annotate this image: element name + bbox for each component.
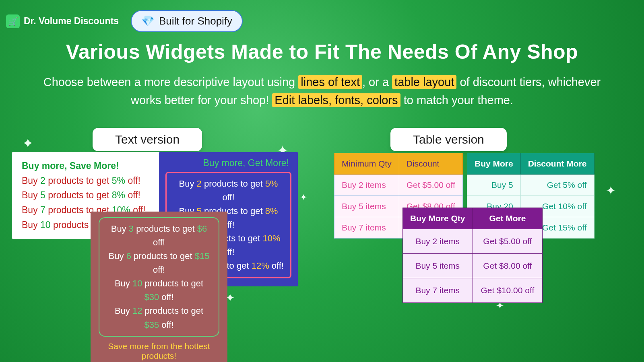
tier-row: Buy 10 products to get $30 off! bbox=[107, 277, 211, 304]
hero-subtitle: Choose between a more descriptive layout… bbox=[28, 73, 616, 109]
col-header: Buy More Qty bbox=[403, 208, 473, 229]
widgets-stage: Text version Table version ✦ ✦ ✦ ✦ ✦ ✦ B… bbox=[0, 124, 644, 349]
tier-box: Buy 3 products to get $6 off! Buy 6 prod… bbox=[99, 217, 219, 337]
badge-text: Built for Shopify bbox=[159, 15, 232, 27]
page-title: Various Widgets Made to Fit The Needs Of… bbox=[28, 40, 616, 64]
top-bar: 🛒 Dr. Volume Discounts 💎 Built for Shopi… bbox=[0, 0, 644, 32]
table-row: Buy 2 itemsGet $5.00 off bbox=[403, 229, 543, 253]
tier-row: Buy 12 products to get $35 off! bbox=[107, 304, 211, 331]
tier-row: Buy 6 products to get $15 off! bbox=[107, 249, 211, 277]
tier-row: Buy 2 products to get 5% off! bbox=[173, 177, 284, 204]
sparkle-icon: ✦ bbox=[22, 135, 33, 151]
highlight: lines of text bbox=[298, 75, 362, 89]
sparkle-icon: ✦ bbox=[300, 192, 307, 203]
tier-row: Buy 5 products to get 8% off! bbox=[22, 188, 151, 203]
table-row: Buy 5Get 5% off bbox=[467, 174, 594, 195]
text-version-label: Text version bbox=[93, 128, 202, 151]
hero: Various Widgets Made to Fit The Needs Of… bbox=[0, 40, 644, 109]
col-header: Discount More bbox=[520, 153, 594, 174]
discount-table-purple: Buy More QtyGet More Buy 2 itemsGet $5.0… bbox=[402, 208, 543, 303]
cart-icon: 🛒 bbox=[6, 14, 20, 28]
brand-name: Dr. Volume Discounts bbox=[24, 16, 119, 27]
text-widget-brown: Buy 3 products to get $6 off! Buy 6 prod… bbox=[91, 212, 227, 362]
tier-row: Buy 3 products to get $6 off! bbox=[107, 222, 211, 249]
col-header: Buy More bbox=[467, 153, 521, 174]
widget-title: Buy more, Save More! bbox=[22, 158, 151, 173]
widget-footer: Save more from the hottest products! bbox=[99, 341, 219, 361]
table-row: Buy 7 itemsGet $10.00 off bbox=[403, 278, 543, 302]
highlight: table layout bbox=[392, 75, 456, 89]
tier-row: Buy 2 products to get 5% off! bbox=[22, 173, 151, 188]
built-for-shopify-badge: 💎 Built for Shopify bbox=[131, 10, 243, 32]
col-header: Get More bbox=[473, 208, 543, 229]
table-version-label: Table version bbox=[390, 128, 507, 151]
sparkle-icon: ✦ bbox=[606, 183, 616, 197]
hero-text: , or a bbox=[362, 76, 392, 88]
hero-text: to match your theme. bbox=[400, 94, 513, 107]
gem-icon: 💎 bbox=[141, 15, 154, 27]
col-header: Discount bbox=[399, 153, 462, 174]
hero-text: Choose between a more descriptive layout… bbox=[43, 76, 299, 88]
table-row: Buy 2 itemsGet $5.00 off bbox=[334, 174, 463, 195]
col-header: Minimum Qty bbox=[334, 153, 399, 174]
highlight: Edit labels, fonts, colors bbox=[272, 93, 400, 107]
table-row: Buy 5 itemsGet $8.00 off bbox=[403, 253, 543, 278]
widget-title: Buy more, Get More! bbox=[165, 157, 291, 172]
brand-logo: 🛒 Dr. Volume Discounts bbox=[6, 14, 119, 28]
